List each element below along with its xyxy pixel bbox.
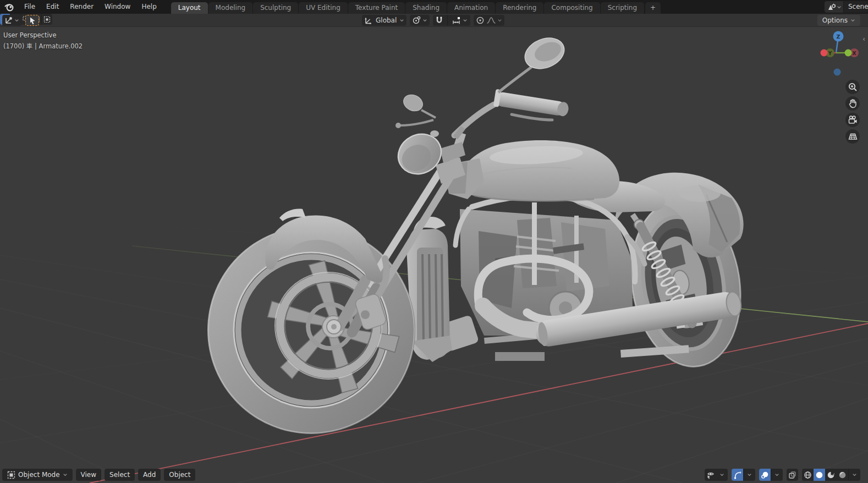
menu-view[interactable]: View [76, 469, 101, 481]
brake-lever [512, 114, 552, 120]
gizmo-neg-z-ball[interactable] [834, 69, 841, 76]
show-overlays-toggle[interactable] [759, 469, 771, 481]
camera-view-button[interactable] [845, 113, 860, 127]
left-mirror-stem [421, 110, 436, 118]
viewport-3d[interactable]: User Perspective (1700) 車 | Armature.002… [0, 27, 868, 483]
workspace-tabs: Layout Modeling Sculpting UV Editing Tex… [171, 0, 661, 14]
menu-window[interactable]: Window [99, 0, 136, 14]
tab-texture-paint[interactable]: Texture Paint [348, 2, 405, 14]
snap-toggle-button[interactable] [433, 15, 446, 26]
tab-shading[interactable]: Shading [405, 2, 447, 14]
snap-magnet-icon [435, 16, 443, 25]
menu-add[interactable]: Add [138, 469, 161, 481]
motorcycle-model[interactable] [207, 32, 753, 434]
tab-compositing[interactable]: Compositing [544, 2, 600, 14]
ortho-toggle-icon [848, 131, 858, 141]
chevron-down-icon [719, 473, 724, 477]
select-mode-intersect-icon [43, 16, 51, 23]
gizmo-options-dropdown[interactable] [744, 469, 755, 481]
tab-animation[interactable]: Animation [447, 2, 495, 14]
chevron-down-icon [63, 473, 68, 477]
tool-header: Global [0, 14, 868, 27]
scene-name[interactable]: Scene [843, 1, 868, 13]
scene-icon [827, 3, 837, 12]
falloff-curve-icon [486, 16, 496, 25]
menu-object[interactable]: Object [164, 469, 195, 481]
blender-logo-icon[interactable] [4, 2, 14, 12]
mode-selector[interactable]: Object Mode [2, 469, 73, 481]
chevron-down-icon [422, 18, 427, 23]
select-mode-intersect-button[interactable] [42, 14, 52, 25]
handlebars [395, 32, 570, 138]
chevron-down-icon [850, 18, 855, 23]
viewport-scene[interactable] [0, 27, 868, 483]
tab-modeling[interactable]: Modeling [208, 2, 253, 14]
zoom-button[interactable] [845, 80, 860, 94]
options-dropdown[interactable]: Options [817, 15, 860, 26]
chevron-down-icon [774, 473, 779, 477]
proportional-editing-toggle[interactable] [476, 16, 485, 25]
pan-icon [848, 98, 858, 108]
shading-solid-button[interactable] [814, 469, 825, 481]
add-workspace-button[interactable]: + [645, 2, 661, 14]
object-types-visibility-dropdown[interactable] [705, 469, 728, 481]
menu-select[interactable]: Select [105, 469, 135, 481]
show-overlays-icon [761, 471, 769, 479]
pivot-point-dropdown[interactable] [410, 15, 430, 26]
mode-label: Object Mode [18, 471, 60, 479]
gizmo-neg-y-ball[interactable] [845, 50, 852, 57]
navigation-gizmo[interactable]: Y X Z [807, 29, 867, 82]
chevron-down-icon [837, 5, 842, 9]
select-box-tool-icon [29, 17, 36, 25]
tab-uv-editing[interactable]: UV Editing [299, 2, 348, 14]
right-grip [493, 89, 570, 118]
shading-rendered-button[interactable] [837, 469, 848, 481]
shading-wireframe-button[interactable] [802, 469, 814, 481]
xray-icon [788, 471, 796, 479]
show-gizmo-group [732, 469, 755, 481]
zoom-icon [848, 82, 858, 92]
gizmo-neg-x-ball[interactable] [821, 50, 828, 57]
proportional-falloff-dropdown[interactable] [486, 16, 502, 25]
snap-settings-dropdown[interactable] [449, 15, 470, 26]
object-types-visibility-icon [706, 471, 715, 479]
blender-window: { "window_title": "Blender", "theme": { … [0, 0, 868, 483]
show-gizmo-toggle[interactable] [732, 469, 743, 481]
object-mode-icon [7, 471, 15, 479]
menu-help[interactable]: Help [136, 0, 162, 14]
pan-button[interactable] [845, 96, 860, 111]
shading-material-icon [827, 471, 835, 479]
proportional-icon [476, 16, 485, 25]
tab-layout[interactable]: Layout [171, 2, 208, 14]
topbar: File Edit Render Window Help Layout Mode… [0, 0, 868, 14]
transform-orientation-value: Global [375, 17, 398, 24]
overlays-options-dropdown[interactable] [771, 469, 783, 481]
tab-scripting[interactable]: Scripting [601, 2, 644, 14]
show-overlays-group [759, 469, 783, 481]
editor-type-selector[interactable] [2, 15, 21, 26]
toggle-xray-button[interactable] [787, 469, 798, 481]
menu-file[interactable]: File [19, 0, 41, 14]
chevron-down-icon [497, 18, 502, 23]
proportional-editing-group [474, 15, 504, 26]
scene-selector[interactable]: Scene [825, 1, 868, 13]
tab-sculpting[interactable]: Sculpting [253, 2, 298, 14]
chevron-down-icon [14, 18, 19, 23]
gizmo-x-label: X [853, 51, 856, 56]
view-mode-label: User Perspective [3, 31, 83, 39]
shading-options-dropdown[interactable] [849, 469, 860, 481]
menu-edit[interactable]: Edit [41, 0, 64, 14]
tab-rendering[interactable]: Rendering [496, 2, 543, 14]
viewport-footer-left: Object Mode View Select Add Object [2, 469, 195, 481]
shading-solid-icon [815, 471, 823, 479]
transform-snap-cluster: Global [362, 15, 504, 26]
viewport-footer-right [705, 469, 860, 481]
shading-material-button[interactable] [825, 469, 837, 481]
ortho-toggle-button[interactable] [845, 129, 860, 144]
transform-orientation-dropdown[interactable]: Global [362, 15, 406, 26]
show-gizmo-icon [733, 471, 741, 479]
collapse-sidebar-icon[interactable]: ‹ [862, 35, 865, 43]
select-box-tool-button[interactable] [25, 15, 39, 26]
shading-mode-group [802, 469, 860, 481]
menu-render[interactable]: Render [64, 0, 99, 14]
